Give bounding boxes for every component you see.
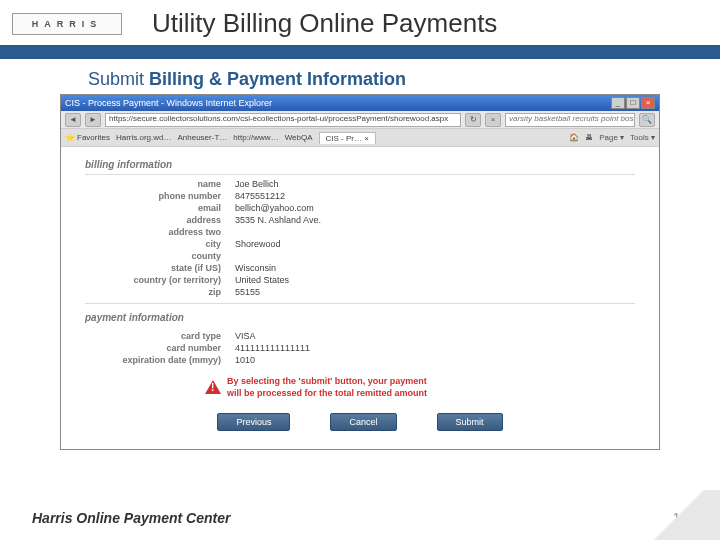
label-email: email xyxy=(85,203,235,213)
subtitle: Submit Billing & Payment Information xyxy=(88,69,720,90)
page-title: Utility Billing Online Payments xyxy=(152,8,497,39)
label-country: country (or territory) xyxy=(85,275,235,285)
active-tab[interactable]: CIS - Pr… × xyxy=(319,132,376,144)
footer-text: Harris Online Payment Center xyxy=(32,510,230,526)
maximize-icon[interactable]: □ xyxy=(626,97,640,109)
window-title-text: CIS - Process Payment - Windows Internet… xyxy=(65,98,272,108)
harris-logo: HARRIS xyxy=(12,13,122,35)
page-content: billing information nameJoe Bellich phon… xyxy=(61,147,659,449)
close-icon[interactable]: × xyxy=(641,97,655,109)
value-phone: 8475551212 xyxy=(235,191,285,201)
value-address: 3535 N. Ashland Ave. xyxy=(235,215,321,225)
tab-link[interactable]: Harris.org.wd… xyxy=(116,133,172,142)
tab-bar: ⭐ Favorites Harris.org.wd… Anheuser-T… h… xyxy=(61,129,659,147)
warning-icon xyxy=(205,380,221,394)
home-icon[interactable]: 🏠 xyxy=(569,133,579,142)
label-address2: address two xyxy=(85,227,235,237)
label-address: address xyxy=(85,215,235,225)
address-bar[interactable]: https://secure.collectorsolutions.com/cs… xyxy=(105,113,461,127)
print-icon[interactable]: 🖶 xyxy=(585,133,593,142)
previous-button[interactable]: Previous xyxy=(217,413,290,431)
value-city: Shorewood xyxy=(235,239,281,249)
value-zip: 55155 xyxy=(235,287,260,297)
value-exp: 1010 xyxy=(235,355,255,365)
back-button[interactable]: ◄ xyxy=(65,113,81,127)
browser-window: CIS - Process Payment - Windows Internet… xyxy=(60,94,660,450)
page-corner xyxy=(640,490,720,540)
value-name: Joe Bellich xyxy=(235,179,279,189)
value-email: bellich@yahoo.com xyxy=(235,203,314,213)
label-state: state (if US) xyxy=(85,263,235,273)
submit-button[interactable]: Submit xyxy=(437,413,503,431)
label-name: name xyxy=(85,179,235,189)
forward-button[interactable]: ► xyxy=(85,113,101,127)
warning-message: By selecting the 'submit' button, your p… xyxy=(205,375,635,399)
label-zip: zip xyxy=(85,287,235,297)
divider xyxy=(85,303,635,304)
tab-link[interactable]: http://www… xyxy=(233,133,278,142)
value-state: Wisconsin xyxy=(235,263,276,273)
page-menu[interactable]: Page ▾ xyxy=(599,133,624,142)
subtitle-bold: Billing & Payment Information xyxy=(149,69,406,89)
refresh-icon[interactable]: ↻ xyxy=(465,113,481,127)
value-card-number: 411111111111111 xyxy=(235,343,310,353)
label-exp: expiration date (mmyy) xyxy=(85,355,235,365)
header-divider xyxy=(0,45,720,59)
label-county: county xyxy=(85,251,235,261)
payment-section-title: payment information xyxy=(85,308,635,327)
subtitle-plain: Submit xyxy=(88,69,149,89)
search-input[interactable]: varsity basketball recruits point boster xyxy=(505,113,635,127)
cancel-button[interactable]: Cancel xyxy=(330,413,396,431)
tab-link[interactable]: Anheuser-T… xyxy=(177,133,227,142)
stop-icon[interactable]: × xyxy=(485,113,501,127)
browser-tools: 🏠 🖶 Page ▾ Tools ▾ xyxy=(569,133,655,142)
label-card-type: card type xyxy=(85,331,235,341)
value-card-type: VISA xyxy=(235,331,256,341)
tools-menu[interactable]: Tools ▾ xyxy=(630,133,655,142)
window-titlebar: CIS - Process Payment - Windows Internet… xyxy=(61,95,659,111)
warning-line1: By selecting the 'submit' button, your p… xyxy=(227,375,427,387)
tab-link[interactable]: WebQA xyxy=(285,133,313,142)
label-card-number: card number xyxy=(85,343,235,353)
favorites-label[interactable]: ⭐ Favorites xyxy=(65,133,110,142)
value-country: United States xyxy=(235,275,289,285)
search-icon[interactable]: 🔍 xyxy=(639,113,655,127)
label-phone: phone number xyxy=(85,191,235,201)
minimize-icon[interactable]: _ xyxy=(611,97,625,109)
billing-section-title: billing information xyxy=(85,155,635,175)
nav-toolbar: ◄ ► https://secure.collectorsolutions.co… xyxy=(61,111,659,129)
label-city: city xyxy=(85,239,235,249)
warning-line2: will be processed for the total remitted… xyxy=(227,387,427,399)
